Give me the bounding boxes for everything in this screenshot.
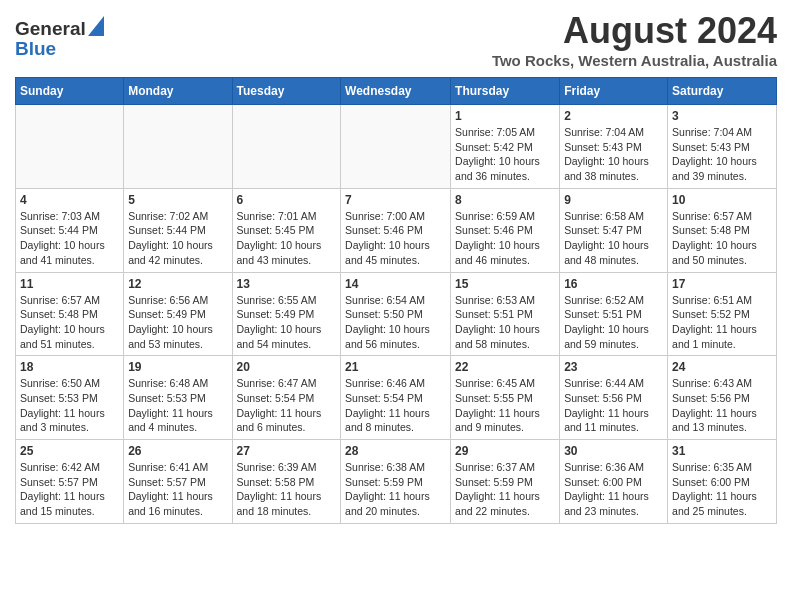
day-info: Sunrise: 7:00 AM Sunset: 5:46 PM Dayligh… [345,209,446,268]
day-number: 2 [564,109,663,123]
day-info: Sunrise: 6:45 AM Sunset: 5:55 PM Dayligh… [455,376,555,435]
day-number: 19 [128,360,227,374]
calendar-header-row: Sunday Monday Tuesday Wednesday Thursday… [16,78,777,105]
title-area: August 2024 Two Rocks, Western Australia… [492,10,777,69]
svg-marker-0 [88,16,104,36]
day-number: 22 [455,360,555,374]
calendar-cell [124,105,232,189]
day-number: 29 [455,444,555,458]
calendar-cell: 4Sunrise: 7:03 AM Sunset: 5:44 PM Daylig… [16,188,124,272]
day-info: Sunrise: 6:37 AM Sunset: 5:59 PM Dayligh… [455,460,555,519]
day-number: 16 [564,277,663,291]
day-info: Sunrise: 7:03 AM Sunset: 5:44 PM Dayligh… [20,209,119,268]
day-info: Sunrise: 6:38 AM Sunset: 5:59 PM Dayligh… [345,460,446,519]
day-info: Sunrise: 7:05 AM Sunset: 5:42 PM Dayligh… [455,125,555,184]
page-title: August 2024 [492,10,777,52]
calendar-cell: 26Sunrise: 6:41 AM Sunset: 5:57 PM Dayli… [124,440,232,524]
day-number: 7 [345,193,446,207]
calendar-cell: 25Sunrise: 6:42 AM Sunset: 5:57 PM Dayli… [16,440,124,524]
col-tuesday: Tuesday [232,78,341,105]
col-sunday: Sunday [16,78,124,105]
calendar-cell: 28Sunrise: 6:38 AM Sunset: 5:59 PM Dayli… [341,440,451,524]
day-number: 23 [564,360,663,374]
day-number: 27 [237,444,337,458]
day-number: 10 [672,193,772,207]
day-number: 4 [20,193,119,207]
calendar-cell: 9Sunrise: 6:58 AM Sunset: 5:47 PM Daylig… [560,188,668,272]
col-saturday: Saturday [668,78,777,105]
day-number: 28 [345,444,446,458]
col-thursday: Thursday [451,78,560,105]
calendar-cell: 5Sunrise: 7:02 AM Sunset: 5:44 PM Daylig… [124,188,232,272]
calendar-cell: 7Sunrise: 7:00 AM Sunset: 5:46 PM Daylig… [341,188,451,272]
calendar-cell: 15Sunrise: 6:53 AM Sunset: 5:51 PM Dayli… [451,272,560,356]
day-number: 15 [455,277,555,291]
calendar-cell: 18Sunrise: 6:50 AM Sunset: 5:53 PM Dayli… [16,356,124,440]
day-number: 30 [564,444,663,458]
calendar-cell: 19Sunrise: 6:48 AM Sunset: 5:53 PM Dayli… [124,356,232,440]
day-info: Sunrise: 7:02 AM Sunset: 5:44 PM Dayligh… [128,209,227,268]
day-info: Sunrise: 6:57 AM Sunset: 5:48 PM Dayligh… [672,209,772,268]
calendar-cell: 10Sunrise: 6:57 AM Sunset: 5:48 PM Dayli… [668,188,777,272]
day-info: Sunrise: 6:46 AM Sunset: 5:54 PM Dayligh… [345,376,446,435]
calendar-cell: 31Sunrise: 6:35 AM Sunset: 6:00 PM Dayli… [668,440,777,524]
day-info: Sunrise: 6:39 AM Sunset: 5:58 PM Dayligh… [237,460,337,519]
logo: General Blue [15,10,104,60]
day-info: Sunrise: 6:53 AM Sunset: 5:51 PM Dayligh… [455,293,555,352]
calendar-cell: 12Sunrise: 6:56 AM Sunset: 5:49 PM Dayli… [124,272,232,356]
day-info: Sunrise: 6:55 AM Sunset: 5:49 PM Dayligh… [237,293,337,352]
logo-triangle-icon [88,16,104,40]
day-number: 25 [20,444,119,458]
day-number: 17 [672,277,772,291]
day-info: Sunrise: 6:43 AM Sunset: 5:56 PM Dayligh… [672,376,772,435]
day-number: 20 [237,360,337,374]
day-info: Sunrise: 6:51 AM Sunset: 5:52 PM Dayligh… [672,293,772,352]
calendar-week-row: 4Sunrise: 7:03 AM Sunset: 5:44 PM Daylig… [16,188,777,272]
day-number: 6 [237,193,337,207]
calendar-cell [341,105,451,189]
day-info: Sunrise: 6:56 AM Sunset: 5:49 PM Dayligh… [128,293,227,352]
calendar-cell: 6Sunrise: 7:01 AM Sunset: 5:45 PM Daylig… [232,188,341,272]
day-number: 8 [455,193,555,207]
day-info: Sunrise: 7:01 AM Sunset: 5:45 PM Dayligh… [237,209,337,268]
calendar-cell [16,105,124,189]
day-number: 9 [564,193,663,207]
calendar-cell: 17Sunrise: 6:51 AM Sunset: 5:52 PM Dayli… [668,272,777,356]
day-info: Sunrise: 7:04 AM Sunset: 5:43 PM Dayligh… [672,125,772,184]
day-info: Sunrise: 6:59 AM Sunset: 5:46 PM Dayligh… [455,209,555,268]
header: General Blue August 2024 Two Rocks, West… [15,10,777,69]
calendar-week-row: 18Sunrise: 6:50 AM Sunset: 5:53 PM Dayli… [16,356,777,440]
page-subtitle: Two Rocks, Western Australia, Australia [492,52,777,69]
calendar-cell: 2Sunrise: 7:04 AM Sunset: 5:43 PM Daylig… [560,105,668,189]
day-number: 14 [345,277,446,291]
calendar-cell: 21Sunrise: 6:46 AM Sunset: 5:54 PM Dayli… [341,356,451,440]
calendar-cell: 22Sunrise: 6:45 AM Sunset: 5:55 PM Dayli… [451,356,560,440]
day-info: Sunrise: 6:52 AM Sunset: 5:51 PM Dayligh… [564,293,663,352]
calendar-cell: 1Sunrise: 7:05 AM Sunset: 5:42 PM Daylig… [451,105,560,189]
day-number: 24 [672,360,772,374]
calendar-cell: 3Sunrise: 7:04 AM Sunset: 5:43 PM Daylig… [668,105,777,189]
calendar-cell: 30Sunrise: 6:36 AM Sunset: 6:00 PM Dayli… [560,440,668,524]
day-info: Sunrise: 6:50 AM Sunset: 5:53 PM Dayligh… [20,376,119,435]
day-number: 1 [455,109,555,123]
logo-general-text: General [15,18,86,40]
calendar-cell: 8Sunrise: 6:59 AM Sunset: 5:46 PM Daylig… [451,188,560,272]
day-info: Sunrise: 6:35 AM Sunset: 6:00 PM Dayligh… [672,460,772,519]
day-info: Sunrise: 6:42 AM Sunset: 5:57 PM Dayligh… [20,460,119,519]
calendar-cell: 27Sunrise: 6:39 AM Sunset: 5:58 PM Dayli… [232,440,341,524]
calendar-cell: 23Sunrise: 6:44 AM Sunset: 5:56 PM Dayli… [560,356,668,440]
calendar-cell: 24Sunrise: 6:43 AM Sunset: 5:56 PM Dayli… [668,356,777,440]
calendar-cell: 14Sunrise: 6:54 AM Sunset: 5:50 PM Dayli… [341,272,451,356]
day-number: 31 [672,444,772,458]
day-number: 11 [20,277,119,291]
day-info: Sunrise: 6:54 AM Sunset: 5:50 PM Dayligh… [345,293,446,352]
day-number: 26 [128,444,227,458]
calendar-week-row: 1Sunrise: 7:05 AM Sunset: 5:42 PM Daylig… [16,105,777,189]
logo-blue-text: Blue [15,38,56,60]
day-number: 21 [345,360,446,374]
day-info: Sunrise: 6:47 AM Sunset: 5:54 PM Dayligh… [237,376,337,435]
day-number: 3 [672,109,772,123]
day-info: Sunrise: 6:48 AM Sunset: 5:53 PM Dayligh… [128,376,227,435]
calendar-week-row: 25Sunrise: 6:42 AM Sunset: 5:57 PM Dayli… [16,440,777,524]
calendar-cell: 16Sunrise: 6:52 AM Sunset: 5:51 PM Dayli… [560,272,668,356]
